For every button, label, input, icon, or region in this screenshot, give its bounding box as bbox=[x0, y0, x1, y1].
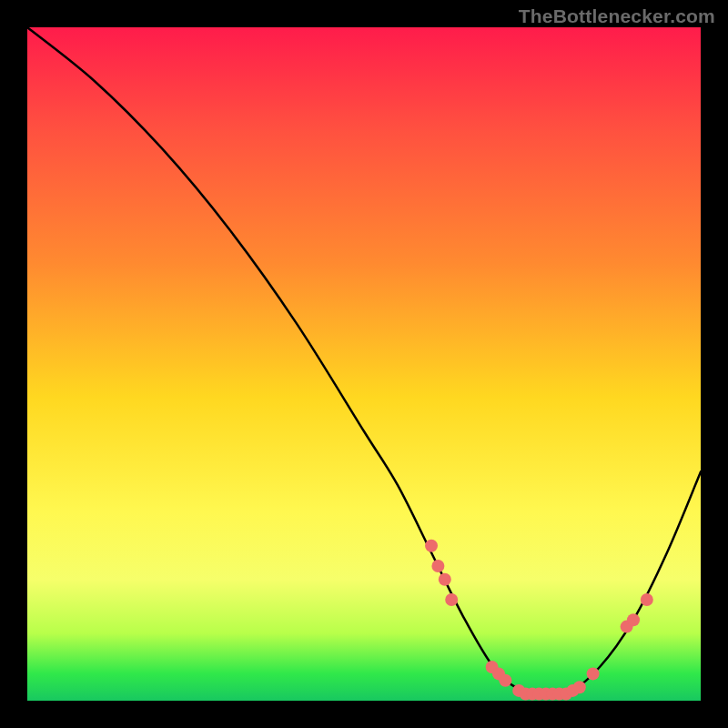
site-watermark: TheBottlenecker.com bbox=[519, 5, 715, 27]
data-marker bbox=[445, 593, 458, 606]
data-marker bbox=[439, 573, 451, 586]
bottleneck-curve bbox=[27, 27, 701, 697]
data-marker bbox=[587, 667, 600, 680]
chart-frame bbox=[27, 27, 701, 701]
data-marker bbox=[499, 674, 511, 687]
data-markers bbox=[425, 540, 653, 701]
data-marker bbox=[573, 681, 586, 693]
chart-svg bbox=[27, 27, 701, 701]
data-marker bbox=[431, 560, 444, 572]
data-marker bbox=[641, 593, 653, 606]
data-marker bbox=[425, 540, 438, 552]
data-marker bbox=[627, 613, 640, 626]
